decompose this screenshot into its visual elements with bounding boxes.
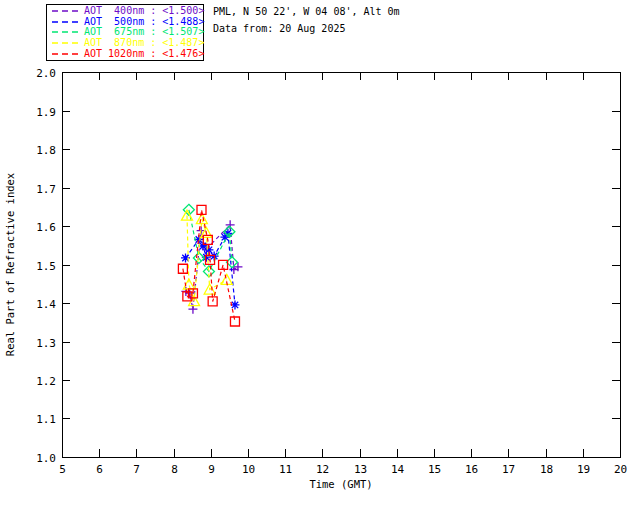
- x-tick-label: 12: [316, 463, 329, 476]
- marker-square: [230, 317, 239, 326]
- legend-item-label: AOT 870nm : <1.487>: [84, 38, 204, 48]
- x-tick-label: 6: [96, 463, 103, 476]
- x-tick-label: 19: [577, 463, 590, 476]
- legend-line-sample: [52, 9, 78, 13]
- y-tick-label: 1.1: [36, 413, 56, 426]
- x-axis-label: Time (GMT): [309, 478, 372, 490]
- y-tick-label: 1.4: [36, 298, 56, 311]
- header-location: PML, N 50 22', W 04 08', Alt 0m: [213, 6, 400, 18]
- plot-frame: [62, 72, 620, 457]
- legend-line-sample: [52, 52, 78, 56]
- x-tick-label: 11: [279, 463, 292, 476]
- legend-item-label: AOT 400nm : <1.500>: [84, 6, 204, 16]
- x-tick-label: 5: [59, 463, 66, 476]
- x-tick-label: 8: [171, 463, 178, 476]
- y-tick-label: 1.6: [36, 221, 56, 234]
- legend-line-sample: [52, 41, 78, 45]
- y-axis-label: Real Part of Refractive index: [4, 173, 16, 356]
- legend-item-4: AOT 1020nm : <1.476>: [47, 48, 203, 59]
- legend-item-label: AOT 500nm : <1.488>: [84, 17, 204, 27]
- x-tick-label: 17: [502, 463, 515, 476]
- legend: AOT 400nm : <1.500>AOT 500nm : <1.488>AO…: [46, 4, 204, 61]
- y-tick-label: 1.9: [36, 106, 56, 119]
- x-tick-label: 9: [208, 463, 215, 476]
- x-tick-label: 10: [242, 463, 255, 476]
- legend-line-sample: [52, 20, 78, 24]
- legend-item-label: AOT 1020nm : <1.476>: [84, 49, 204, 59]
- x-tick-label: 20: [614, 463, 627, 476]
- y-tick-label: 1.0: [36, 452, 56, 465]
- y-tick-label: 1.2: [36, 375, 56, 388]
- x-tick-label: 7: [133, 463, 140, 476]
- y-tick-label: 2.0: [36, 67, 56, 80]
- x-tick-label: 13: [354, 463, 367, 476]
- x-tick-label: 14: [391, 463, 405, 476]
- y-tick-label: 1.7: [36, 183, 56, 196]
- marker-triangle: [196, 214, 207, 224]
- chart-plot-area: 5678910111213141516171819201.01.11.21.31…: [0, 0, 640, 512]
- legend-line-sample: [52, 30, 78, 34]
- x-tick-label: 18: [540, 463, 553, 476]
- y-tick-label: 1.3: [36, 337, 56, 350]
- legend-item-label: AOT 675nm : <1.507>: [84, 27, 204, 37]
- header-data-from: Data from: 20 Aug 2025: [213, 23, 345, 35]
- plot-canvas: AOT 400nm : <1.500>AOT 500nm : <1.488>AO…: [0, 0, 640, 512]
- legend-item-0: AOT 400nm : <1.500>: [47, 6, 203, 17]
- legend-item-3: AOT 870nm : <1.487>: [47, 38, 203, 49]
- x-tick-label: 15: [428, 463, 441, 476]
- y-tick-label: 1.5: [36, 260, 56, 273]
- y-tick-label: 1.8: [36, 144, 56, 157]
- x-tick-label: 16: [465, 463, 478, 476]
